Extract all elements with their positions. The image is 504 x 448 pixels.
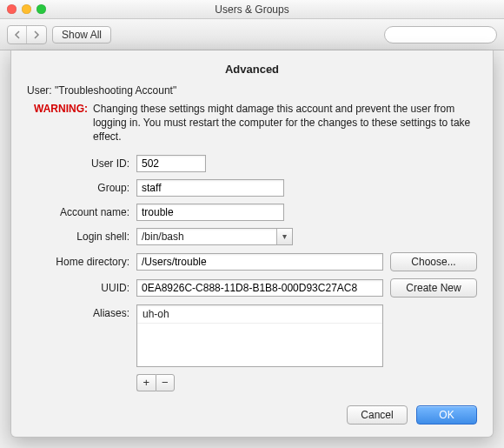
- ok-button[interactable]: OK: [416, 405, 477, 425]
- remove-alias-button[interactable]: −: [156, 374, 176, 391]
- form-grid: User ID: Group: Account name: Login shel…: [27, 155, 477, 391]
- add-alias-button[interactable]: +: [136, 374, 156, 391]
- user-id-field[interactable]: [136, 155, 206, 172]
- sheet-footer: Cancel OK: [27, 405, 477, 425]
- warning-label: WARNING:: [34, 102, 88, 144]
- create-new-button[interactable]: Create New: [390, 278, 477, 298]
- aliases-list[interactable]: uh-oh: [136, 304, 383, 367]
- label-group: Group:: [27, 182, 129, 194]
- account-name-field[interactable]: [136, 204, 284, 221]
- titlebar: Users & Groups: [0, 0, 504, 19]
- warning-text: Changing these settings might damage thi…: [93, 102, 477, 144]
- label-home-dir: Home directory:: [27, 256, 129, 268]
- chevron-left-icon: [14, 30, 21, 39]
- warning-block: WARNING: Changing these settings might d…: [27, 102, 477, 144]
- home-dir-field[interactable]: [136, 253, 383, 271]
- cancel-button[interactable]: Cancel: [347, 405, 408, 425]
- close-icon[interactable]: [7, 4, 17, 14]
- list-item[interactable]: uh-oh: [137, 305, 382, 324]
- label-account-name: Account name:: [27, 206, 129, 218]
- label-aliases: Aliases:: [27, 304, 129, 319]
- search-input[interactable]: [384, 26, 497, 43]
- nav-buttons: [7, 25, 47, 44]
- advanced-sheet: Advanced User: "Troubleshooting Account"…: [10, 50, 494, 438]
- chevron-right-icon: [33, 30, 40, 39]
- login-shell-value: /bin/bash: [142, 231, 184, 243]
- forward-button[interactable]: [27, 26, 46, 43]
- label-login-shell: Login shell:: [27, 231, 129, 243]
- sheet-heading: Advanced: [27, 63, 477, 76]
- choose-button[interactable]: Choose...: [390, 252, 477, 271]
- window-controls: [7, 4, 46, 14]
- user-prefix: User:: [27, 84, 55, 97]
- back-button[interactable]: [8, 26, 27, 43]
- show-all-button[interactable]: Show All: [52, 26, 111, 43]
- user-line: User: "Troubleshooting Account": [27, 84, 477, 97]
- chevron-down-icon: ▾: [276, 229, 292, 244]
- toolbar: Show All: [0, 19, 504, 50]
- login-shell-select[interactable]: /bin/bash ▾: [136, 228, 293, 245]
- search-wrap: [384, 26, 497, 43]
- group-field[interactable]: [136, 179, 284, 197]
- window-title: Users & Groups: [215, 3, 288, 16]
- uuid-field[interactable]: [136, 279, 383, 297]
- label-uuid: UUID:: [27, 282, 129, 294]
- zoom-icon[interactable]: [36, 4, 46, 14]
- label-user-id: User ID:: [27, 157, 129, 170]
- minimize-icon[interactable]: [22, 4, 31, 14]
- user-name: "Troubleshooting Account": [55, 84, 176, 97]
- alias-pm-group: + −: [136, 374, 175, 391]
